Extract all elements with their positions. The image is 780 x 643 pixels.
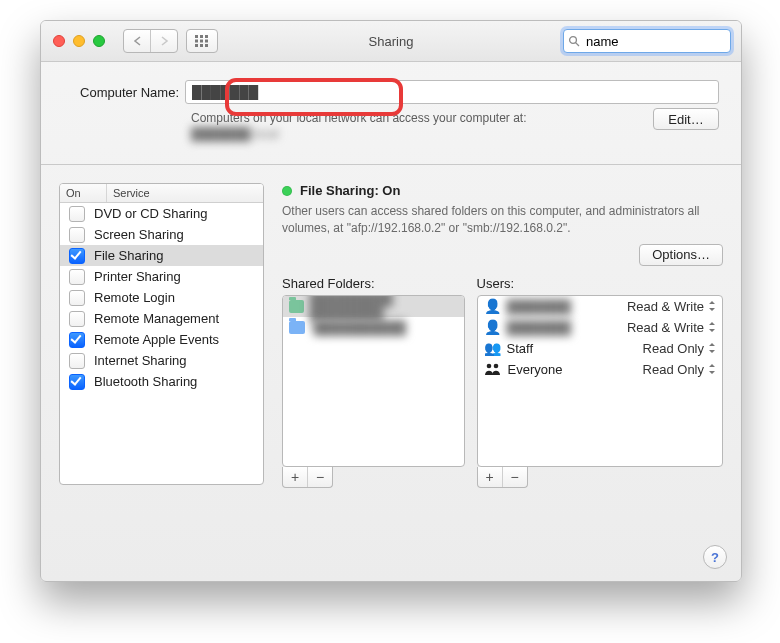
computer-name-panel: Computer Name: Computers on your local n… — [41, 62, 741, 165]
service-row[interactable]: Internet Sharing — [60, 350, 263, 371]
add-user-button[interactable]: + — [478, 467, 502, 487]
pair-icon: 👥 — [484, 341, 501, 355]
computer-name-info: Computers on your local network can acce… — [191, 111, 526, 125]
shared-folder-row[interactable]: █████████ ████████ — [283, 296, 464, 317]
service-detail: File Sharing: On Other users can access … — [282, 183, 723, 487]
user-name: Everyone — [508, 362, 563, 377]
folder-icon — [289, 321, 305, 334]
users-list[interactable]: 👤███████Read & Write👤███████Read & Write… — [477, 295, 723, 467]
service-label: Remote Management — [94, 311, 263, 326]
status-indicator-icon — [282, 186, 292, 196]
service-checkbox[interactable] — [69, 332, 85, 348]
services-header-service: Service — [107, 184, 263, 202]
svg-point-9 — [570, 37, 577, 44]
user-permission[interactable]: Read & Write — [627, 299, 716, 314]
user-row[interactable]: EveryoneRead Only — [478, 359, 722, 380]
preferences-window: Sharing ✕ Computer Name: Computers on yo… — [40, 20, 742, 582]
minimize-window-button[interactable] — [73, 35, 85, 47]
service-row[interactable]: Bluetooth Sharing — [60, 371, 263, 392]
service-description: Other users can access shared folders on… — [282, 203, 723, 235]
service-label: Screen Sharing — [94, 227, 263, 242]
users-controls: + − — [477, 467, 528, 488]
forward-button[interactable] — [150, 30, 177, 52]
permission-stepper-icon — [708, 343, 716, 353]
window-controls — [53, 35, 105, 47]
nav-back-forward — [123, 29, 178, 53]
service-row[interactable]: Remote Login — [60, 287, 263, 308]
service-checkbox[interactable] — [69, 311, 85, 327]
user-name: ███████ — [507, 320, 571, 335]
service-label: DVD or CD Sharing — [94, 206, 263, 221]
help-button[interactable]: ? — [703, 545, 727, 569]
user-permission[interactable]: Read Only — [643, 362, 716, 377]
shared-folders-list[interactable]: █████████ ████████i██████████ — [282, 295, 465, 467]
service-checkbox[interactable] — [69, 353, 85, 369]
services-list[interactable]: On Service DVD or CD SharingScreen Shari… — [59, 183, 264, 485]
service-checkbox[interactable] — [69, 374, 85, 390]
user-row[interactable]: 👤███████Read & Write — [478, 296, 722, 317]
folder-icon — [289, 300, 304, 313]
svg-rect-8 — [205, 44, 208, 47]
svg-rect-4 — [200, 40, 203, 43]
person-icon: 👤 — [484, 320, 501, 334]
user-row[interactable]: 👥StaffRead Only — [478, 338, 722, 359]
person-icon: 👤 — [484, 299, 501, 313]
service-row[interactable]: DVD or CD Sharing — [60, 203, 263, 224]
zoom-window-button[interactable] — [93, 35, 105, 47]
service-label: File Sharing — [94, 248, 263, 263]
add-folder-button[interactable]: + — [283, 467, 307, 487]
computer-hostname: ███████.local — [191, 127, 279, 141]
shared-folders-controls: + − — [282, 467, 333, 488]
remove-user-button[interactable]: − — [502, 467, 527, 487]
svg-rect-2 — [205, 35, 208, 38]
service-row[interactable]: Printer Sharing — [60, 266, 263, 287]
shared-folders-title: Shared Folders: — [282, 276, 465, 291]
svg-rect-3 — [195, 40, 198, 43]
svg-rect-7 — [200, 44, 203, 47]
user-name: Staff — [507, 341, 534, 356]
shared-folder-name: i██████████ — [311, 320, 406, 335]
users-column: Users: 👤███████Read & Write👤███████Read … — [477, 276, 723, 488]
back-button[interactable] — [124, 30, 150, 52]
services-panel: On Service DVD or CD SharingScreen Shari… — [59, 183, 264, 487]
svg-rect-5 — [205, 40, 208, 43]
services-header-on: On — [60, 184, 107, 202]
main-area: On Service DVD or CD SharingScreen Shari… — [41, 165, 741, 505]
svg-rect-1 — [200, 35, 203, 38]
shared-folder-name: █████████ ████████ — [310, 295, 458, 322]
search-field[interactable]: ✕ — [563, 29, 731, 53]
service-checkbox[interactable] — [69, 227, 85, 243]
service-checkbox[interactable] — [69, 206, 85, 222]
service-row[interactable]: Remote Management — [60, 308, 263, 329]
service-row[interactable]: Screen Sharing — [60, 224, 263, 245]
user-row[interactable]: 👤███████Read & Write — [478, 317, 722, 338]
search-icon — [568, 35, 580, 47]
svg-rect-6 — [195, 44, 198, 47]
service-row[interactable]: File Sharing — [60, 245, 263, 266]
service-checkbox[interactable] — [69, 290, 85, 306]
svg-point-11 — [486, 364, 491, 369]
group-icon — [484, 362, 502, 376]
permission-stepper-icon — [708, 301, 716, 311]
user-permission[interactable]: Read Only — [643, 341, 716, 356]
search-input[interactable] — [584, 33, 742, 50]
computer-name-input[interactable] — [185, 80, 719, 104]
show-all-button[interactable] — [186, 29, 218, 53]
svg-rect-0 — [195, 35, 198, 38]
service-checkbox[interactable] — [69, 269, 85, 285]
grid-icon — [195, 35, 209, 47]
user-permission[interactable]: Read & Write — [627, 320, 716, 335]
permission-stepper-icon — [708, 322, 716, 332]
service-label: Remote Login — [94, 290, 263, 305]
edit-hostname-button[interactable]: Edit… — [653, 108, 719, 130]
close-window-button[interactable] — [53, 35, 65, 47]
service-label: Remote Apple Events — [94, 332, 263, 347]
service-label: Bluetooth Sharing — [94, 374, 263, 389]
service-checkbox[interactable] — [69, 248, 85, 264]
remove-folder-button[interactable]: − — [307, 467, 332, 487]
services-header: On Service — [60, 184, 263, 203]
service-row[interactable]: Remote Apple Events — [60, 329, 263, 350]
svg-line-10 — [576, 43, 579, 46]
service-status-label: File Sharing: On — [300, 183, 400, 198]
options-button[interactable]: Options… — [639, 244, 723, 266]
